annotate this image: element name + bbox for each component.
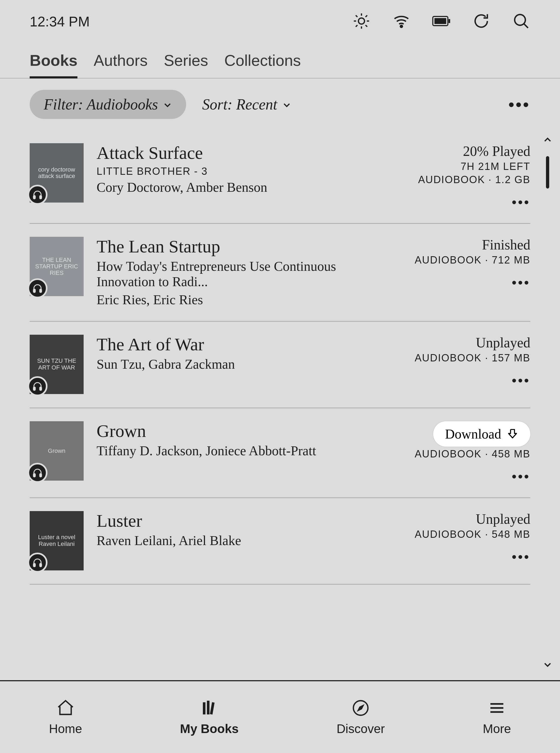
svg-line-8 xyxy=(365,15,367,17)
nav-my-books-label: My Books xyxy=(180,721,238,736)
download-button[interactable]: Download xyxy=(433,421,530,447)
row-more-button[interactable]: ••• xyxy=(512,469,530,484)
scrollbar[interactable] xyxy=(540,135,556,669)
search-icon[interactable] xyxy=(512,12,530,31)
tab-books[interactable]: Books xyxy=(30,51,77,78)
nav-my-books[interactable]: My Books xyxy=(180,698,238,736)
wifi-icon[interactable] xyxy=(392,12,411,31)
bottom-nav: Home My Books Discover More xyxy=(0,680,560,753)
nav-discover[interactable]: Discover xyxy=(337,698,385,736)
download-label: Download xyxy=(445,426,501,442)
svg-point-0 xyxy=(359,18,365,24)
svg-rect-22 xyxy=(40,474,42,477)
svg-rect-19 xyxy=(34,387,35,390)
brightness-icon[interactable] xyxy=(352,12,371,31)
svg-rect-17 xyxy=(34,289,35,292)
svg-rect-24 xyxy=(40,564,42,567)
row-more-button[interactable]: ••• xyxy=(512,275,530,290)
row-more-button[interactable]: ••• xyxy=(512,549,530,564)
book-author: Tiffany D. Jackson, Joniece Abbott-Pratt xyxy=(97,443,377,459)
book-info: The Art of WarSun Tzu, Gabra Zackman xyxy=(97,335,377,394)
book-row[interactable]: cory doctorow attack surfaceAttack Surfa… xyxy=(30,130,530,224)
svg-rect-16 xyxy=(40,196,42,199)
svg-line-5 xyxy=(356,15,357,17)
svg-line-14 xyxy=(524,24,528,28)
sort-dropdown[interactable]: Sort: Recent xyxy=(202,96,291,113)
menu-icon xyxy=(487,698,506,718)
battery-icon[interactable] xyxy=(432,12,451,31)
book-meta: DownloadAUDIOBOOK · 458 MB••• xyxy=(390,421,530,484)
book-row[interactable]: SUN TZU THE ART OF WARThe Art of WarSun … xyxy=(30,322,530,408)
book-meta: 20% Played7H 21M LEFTAUDIOBOOK · 1.2 GB•… xyxy=(390,143,530,209)
book-title: Luster xyxy=(97,511,377,531)
nav-home-label: Home xyxy=(49,721,82,736)
svg-line-6 xyxy=(365,25,367,27)
book-row[interactable]: GrownGrownTiffany D. Jackson, Joniece Ab… xyxy=(30,408,530,498)
controls-row: Filter: Audiobooks Sort: Recent ••• xyxy=(0,79,560,130)
more-options-button[interactable]: ••• xyxy=(508,95,530,114)
row-more-button[interactable]: ••• xyxy=(512,195,530,209)
book-meta: UnplayedAUDIOBOOK · 548 MB••• xyxy=(390,511,530,570)
svg-point-9 xyxy=(400,25,402,27)
book-info: LusterRaven Leilani, Ariel Blake xyxy=(97,511,377,570)
book-status: Finished xyxy=(482,237,530,253)
headphones-icon xyxy=(27,185,47,205)
svg-rect-15 xyxy=(34,196,35,199)
book-time-left: 7H 21M LEFT xyxy=(460,161,530,172)
book-type-size: AUDIOBOOK · 458 MB xyxy=(415,448,530,460)
book-type-size: AUDIOBOOK · 548 MB xyxy=(415,529,530,540)
tab-collections[interactable]: Collections xyxy=(224,51,301,78)
book-cover[interactable]: Grown xyxy=(30,421,84,481)
book-type-size: AUDIOBOOK · 712 MB xyxy=(415,254,530,266)
svg-rect-18 xyxy=(40,289,42,292)
book-type-size: AUDIOBOOK · 1.2 GB xyxy=(418,174,530,186)
nav-discover-label: Discover xyxy=(337,721,385,736)
scroll-thumb[interactable] xyxy=(546,156,549,188)
svg-rect-27 xyxy=(210,702,215,715)
tab-series[interactable]: Series xyxy=(164,51,208,78)
svg-rect-23 xyxy=(34,564,35,567)
svg-rect-25 xyxy=(203,702,205,714)
svg-line-7 xyxy=(356,25,357,27)
scroll-up-icon[interactable] xyxy=(543,135,553,145)
book-row[interactable]: Luster a novel Raven LeilaniLusterRaven … xyxy=(30,498,530,585)
book-meta: UnplayedAUDIOBOOK · 157 MB••• xyxy=(390,335,530,394)
headphones-icon xyxy=(27,463,47,483)
book-author: Eric Ries, Eric Ries xyxy=(97,292,377,307)
book-meta: FinishedAUDIOBOOK · 712 MB••• xyxy=(390,237,530,307)
headphones-icon xyxy=(27,553,47,573)
book-cover[interactable]: cory doctorow attack surface xyxy=(30,143,84,203)
svg-rect-12 xyxy=(448,19,450,23)
book-row[interactable]: THE LEAN STARTUP ERIC RIESThe Lean Start… xyxy=(30,224,530,322)
compass-icon xyxy=(351,698,371,718)
book-title: The Art of War xyxy=(97,335,377,354)
book-status: 20% Played xyxy=(463,143,530,159)
nav-more-label: More xyxy=(483,721,511,736)
sync-icon[interactable] xyxy=(472,12,491,31)
book-author: Sun Tzu, Gabra Zackman xyxy=(97,356,377,372)
library-icon xyxy=(200,698,219,718)
filter-label: Filter: Audiobooks xyxy=(44,96,158,113)
nav-home[interactable]: Home xyxy=(49,698,82,736)
filter-dropdown[interactable]: Filter: Audiobooks xyxy=(30,90,186,119)
book-cover[interactable]: THE LEAN STARTUP ERIC RIES xyxy=(30,237,84,296)
chevron-down-icon xyxy=(282,96,291,113)
chevron-down-icon xyxy=(163,96,172,113)
book-status: Unplayed xyxy=(476,335,530,351)
book-subtitle: How Today's Entrepreneurs Use Continuous… xyxy=(97,259,377,290)
status-bar: 12:34 PM xyxy=(0,0,560,43)
tab-authors[interactable]: Authors xyxy=(94,51,147,78)
book-cover[interactable]: SUN TZU THE ART OF WAR xyxy=(30,335,84,394)
nav-more[interactable]: More xyxy=(483,698,511,736)
book-title: Attack Surface xyxy=(97,143,377,163)
sort-label: Sort: Recent xyxy=(202,96,277,113)
book-info: Attack SurfaceLITTLE BROTHER - 3Cory Doc… xyxy=(97,143,377,209)
clock: 12:34 PM xyxy=(30,14,90,30)
row-more-button[interactable]: ••• xyxy=(512,373,530,388)
scroll-down-icon[interactable] xyxy=(543,660,553,669)
download-icon xyxy=(506,428,518,440)
book-type-size: AUDIOBOOK · 157 MB xyxy=(415,352,530,364)
book-title: Grown xyxy=(97,421,377,441)
svg-rect-26 xyxy=(207,701,209,714)
book-cover[interactable]: Luster a novel Raven Leilani xyxy=(30,511,84,570)
